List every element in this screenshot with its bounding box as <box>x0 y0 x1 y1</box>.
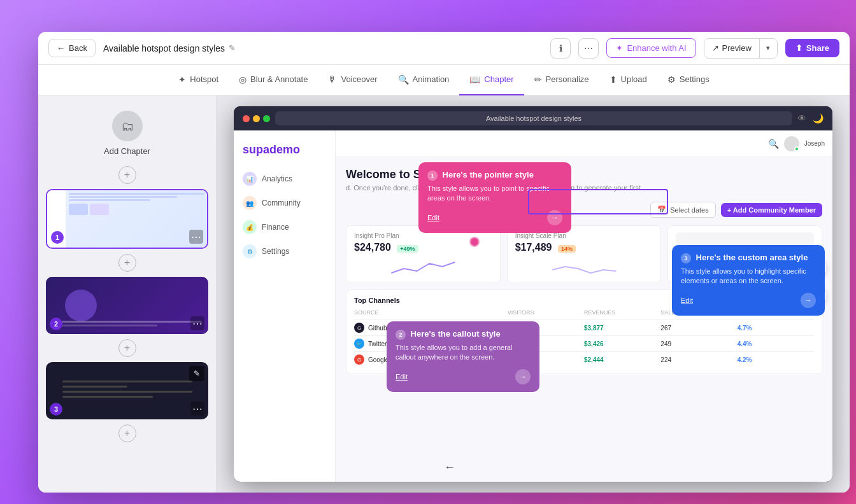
info-button[interactable]: ℹ <box>550 38 571 59</box>
add-slide-button-top[interactable]: + <box>118 166 136 184</box>
app-sidebar: supademo 📊 Analytics 👥 Community 💰 Finan… <box>234 130 336 482</box>
twitter-icon: 🐦 <box>354 339 364 349</box>
app-nav-finance[interactable]: 💰 Finance <box>234 215 335 239</box>
github-revenues: $3,877 <box>584 325 660 332</box>
nav-hotspot[interactable]: ✦ Hotspot <box>168 65 229 95</box>
back-arrow-icon: ← <box>57 43 65 53</box>
app-nav-settings[interactable]: ⚙ Settings <box>234 239 335 263</box>
tooltip-callout-title: 2 Here's the callout style <box>396 329 531 340</box>
slide-number-1: 1 <box>51 231 64 244</box>
external-link-icon: ↗ <box>712 43 719 53</box>
top-bar: ← Back Available hotspot design styles ✎… <box>38 32 850 65</box>
main-content: 🗂 Add Chapter + <box>38 95 850 493</box>
tooltip-callout-footer: Edit → <box>396 369 531 384</box>
back-button[interactable]: ← Back <box>48 39 96 57</box>
add-chapter-area: 🗂 Add Chapter <box>99 106 155 161</box>
preview-button[interactable]: ↗ Preview <box>704 39 759 57</box>
sparkle-icon: ✦ <box>616 43 623 53</box>
search-icon[interactable]: 🔍 <box>768 139 779 149</box>
animation-icon: 🔍 <box>398 74 409 85</box>
plan-chart-2 <box>515 257 653 276</box>
browser-dots <box>243 115 270 122</box>
plan-title-2: Insight Scale Plan <box>515 232 653 239</box>
nav-voiceover[interactable]: 🎙 Voiceover <box>318 65 387 95</box>
plan-amount-2: $17,489 <box>515 242 552 253</box>
google-icon: G <box>354 354 364 365</box>
personalize-icon: ✏ <box>534 74 542 85</box>
twitter-name: Twitter <box>368 340 387 347</box>
tooltip-callout-arrow[interactable]: → <box>515 369 531 384</box>
back-nav-arrow[interactable]: ← <box>444 461 455 474</box>
nav-settings-label: Settings <box>680 74 710 84</box>
nav-blur-annotate[interactable]: ◎ Blur & Annotate <box>229 65 318 95</box>
app-nav-analytics[interactable]: 📊 Analytics <box>234 167 335 191</box>
google-revenues: $2,444 <box>584 356 660 363</box>
tooltip-callout-edit[interactable]: Edit <box>396 373 408 381</box>
tooltip-custom-area-arrow[interactable]: → <box>801 293 816 308</box>
date-filter-label: Select dates <box>670 206 709 214</box>
preview-label: Preview <box>722 43 752 53</box>
plan-chart-1 <box>354 257 492 276</box>
add-member-label: + Add Community Member <box>727 206 816 214</box>
slide-edit-overlay-3[interactable]: ✎ <box>189 366 204 381</box>
settings-nav-label: Settings <box>262 247 289 256</box>
add-slide-button-3[interactable]: + <box>118 339 136 357</box>
browser-mock: Available hotspot design styles 👁 🌙 supa… <box>234 106 832 482</box>
enhance-label: Enhance with AI <box>627 43 686 53</box>
plan-card-2: Insight Scale Plan $17,489 14% <box>507 225 662 283</box>
edit-title-icon[interactable]: ✎ <box>229 43 236 53</box>
enhance-button[interactable]: ✦ Enhance with AI <box>606 38 696 58</box>
url-text: Available hotspot design styles <box>486 115 581 122</box>
analytics-label: Analytics <box>262 174 292 183</box>
tooltip-custom-area-edit[interactable]: Edit <box>681 297 693 304</box>
slide-item-3[interactable]: ✎ 3 ⋯ <box>46 362 208 419</box>
slide-thumbnail-1: 1 ⋯ <box>47 190 207 248</box>
preview-area: Available hotspot design styles 👁 🌙 supa… <box>217 95 850 493</box>
tooltip-custom-area-title: 3 Here's the custom area style <box>681 253 816 263</box>
dot-red <box>243 115 250 122</box>
browser-actions: 👁 🌙 <box>797 113 824 123</box>
share-button[interactable]: ⬆ Share <box>785 39 839 57</box>
add-chapter-icon: 🗂 <box>112 111 143 141</box>
slide-more-button-2[interactable]: ⋯ <box>190 316 204 330</box>
plan-value-2: $17,489 14% <box>515 242 653 253</box>
add-slide-button-bottom[interactable]: + <box>118 424 136 442</box>
slide-item-1[interactable]: 1 ⋯ <box>46 189 208 249</box>
preview-group: ↗ Preview ▾ <box>704 38 778 59</box>
nav-animation[interactable]: 🔍 Animation <box>388 65 460 95</box>
nav-personalize-label: Personalize <box>546 74 589 84</box>
app-nav-community[interactable]: 👥 Community <box>234 191 335 215</box>
google-sales: 224 <box>660 356 737 363</box>
slide-thumbnail-3: ✎ 3 ⋯ <box>46 362 208 419</box>
add-member-button[interactable]: + Add Community Member <box>721 203 822 217</box>
nav-personalize[interactable]: ✏ Personalize <box>524 65 599 95</box>
slide-more-button-3[interactable]: ⋯ <box>190 402 204 416</box>
title-area: Available hotspot design styles ✎ <box>103 43 236 53</box>
finance-dot: 💰 <box>243 220 257 234</box>
add-chapter-label: Add Chapter <box>104 146 150 156</box>
preview-dropdown-button[interactable]: ▾ <box>759 39 777 58</box>
info-icon: ℹ <box>559 43 562 53</box>
more-icon: ⋯ <box>584 43 593 53</box>
settings-dot: ⚙ <box>243 244 257 258</box>
nav-chapter[interactable]: 📖 Chapter <box>459 65 524 95</box>
slide-number-3: 3 <box>50 403 62 416</box>
slide-more-button-1[interactable]: ⋯ <box>189 230 203 244</box>
nav-upload[interactable]: ⬆ Upload <box>599 65 657 95</box>
share-label: Share <box>806 43 829 53</box>
community-dot: 👥 <box>243 196 257 210</box>
avatar <box>784 136 799 151</box>
community-label: Community <box>262 199 301 207</box>
add-slide-button-2[interactable]: + <box>118 254 136 272</box>
tooltip-pointer-edit[interactable]: Edit <box>427 214 439 221</box>
slide-item-2[interactable]: 2 ⋯ <box>46 277 208 334</box>
mic-icon: 🎙 <box>328 74 337 85</box>
dot-green <box>263 115 270 122</box>
user-name: Joseph <box>804 140 825 147</box>
more-button[interactable]: ⋯ <box>578 38 599 59</box>
nav-chapter-label: Chapter <box>484 74 513 84</box>
nav-settings[interactable]: ⚙ Settings <box>657 65 720 95</box>
plan-amount-1: $24,780 <box>354 242 391 253</box>
nav-bar: ✦ Hotspot ◎ Blur & Annotate 🎙 Voiceover … <box>38 65 850 95</box>
share-icon: ⬆ <box>795 43 802 53</box>
